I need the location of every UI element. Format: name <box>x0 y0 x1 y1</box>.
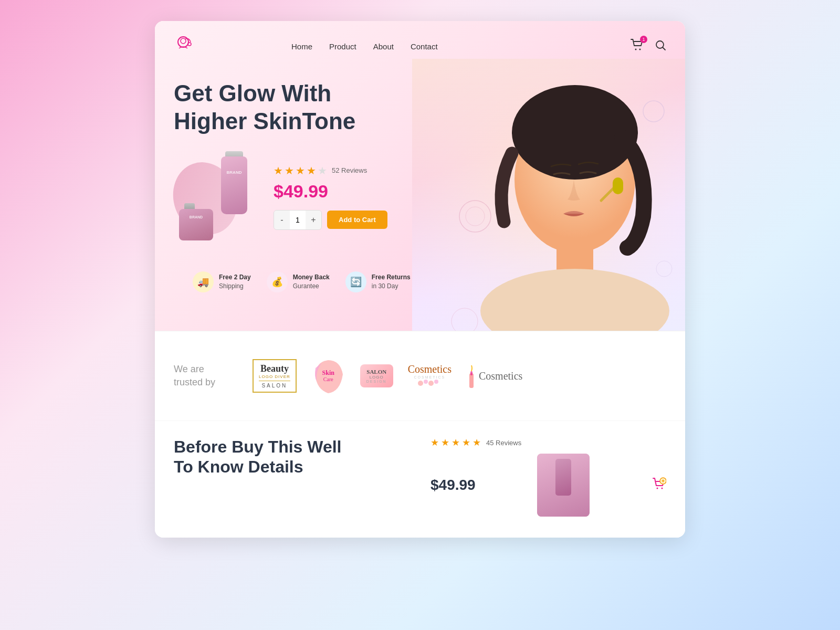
nav-links: Home Product About Contact <box>291 42 438 51</box>
nav-contact[interactable]: Contact <box>411 42 438 51</box>
product-info: ★ ★ ★ ★ ★ 52 Reviews $49.99 - 1 <box>274 164 387 230</box>
star-4: ★ <box>307 164 316 177</box>
badge-money-back-text: Money Back Gurantee <box>293 273 330 291</box>
star-3: ★ <box>296 164 305 177</box>
logo[interactable] <box>174 34 197 59</box>
salon2-text: SALON <box>366 369 387 375</box>
below-price-row: $49.99 <box>430 454 666 517</box>
brand-beauty-salon: Beauty LOGO DIVER SALON <box>253 358 297 394</box>
star-5: ★ <box>318 164 327 177</box>
below-cart-icon[interactable] <box>652 477 666 494</box>
brand-cosmetics-2: Cosmetics <box>466 358 522 394</box>
below-star-3: ★ <box>452 437 460 448</box>
bottle-small: BRAND <box>179 209 213 240</box>
svg-point-19 <box>424 380 428 384</box>
badge-shipping-text: Free 2 Day Shipping <box>219 273 251 291</box>
trust-badges: 🚚 Free 2 Day Shipping 💰 Money Back Guran… <box>174 259 666 308</box>
brand-logos: Beauty LOGO DIVER SALON Skin Care <box>253 358 522 394</box>
below-review-count: 45 Reviews <box>486 439 521 447</box>
star-2: ★ <box>285 164 294 177</box>
below-fold-section: Before Buy This Well To Know Details ★ ★… <box>155 421 685 538</box>
svg-point-3 <box>635 49 637 50</box>
cosm2-text: Cosmetics <box>479 370 522 382</box>
quantity-cart-controls: - 1 + Add to Cart <box>274 210 387 230</box>
page-wrapper: Home Product About Contact 1 <box>155 21 685 538</box>
review-count: 52 Reviews <box>332 166 367 174</box>
nav-home[interactable]: Home <box>291 42 312 51</box>
nav-product[interactable]: Product <box>329 42 356 51</box>
below-star-2: ★ <box>441 437 449 448</box>
cosm1-text: Cosmetics <box>408 363 452 375</box>
skin-logo-text: Skin Care <box>322 370 334 382</box>
returns-icon: 🔄 <box>345 271 366 292</box>
svg-point-1 <box>181 38 186 44</box>
nav-actions: 1 <box>631 39 666 54</box>
product-price: $49.99 <box>274 181 387 202</box>
svg-rect-22 <box>469 373 474 388</box>
star-1: ★ <box>274 164 283 177</box>
hero-left: Get Glow With Higher SkinTone BRAND <box>174 75 666 308</box>
below-star-5: ★ <box>472 437 481 448</box>
product-showcase: BRAND BRAND ★ ★ ★ ★ <box>174 151 666 243</box>
svg-point-20 <box>428 381 434 386</box>
shipping-icon: 🚚 <box>193 271 214 292</box>
cosm1-flower <box>416 379 443 387</box>
add-to-cart-button[interactable]: Add to Cart <box>327 211 387 229</box>
salon2-sub2: DESIGN <box>366 380 387 383</box>
below-fold-right: ★ ★ ★ ★ ★ 45 Reviews $49.99 <box>430 437 666 517</box>
product-image: BRAND BRAND <box>174 151 258 243</box>
cart-badge: 1 <box>640 36 647 43</box>
below-fold-left: Before Buy This Well To Know Details <box>174 437 410 517</box>
below-star-1: ★ <box>430 437 439 448</box>
below-star-rating: ★ ★ ★ ★ ★ 45 Reviews <box>430 437 666 448</box>
svg-point-4 <box>639 49 641 50</box>
beauty-logo-box: Beauty LOGO DIVER SALON <box>253 359 297 393</box>
badge-returns: 🔄 Free Returns in 30 Day <box>345 271 411 292</box>
quantity-value: 1 <box>290 211 306 229</box>
quantity-decrease-button[interactable]: - <box>274 211 290 229</box>
star-rating: ★ ★ ★ ★ ★ 52 Reviews <box>274 164 387 177</box>
cosm1-sub: COSMETICS <box>408 375 452 379</box>
money-back-icon: 💰 <box>267 271 288 292</box>
trusted-section: We are trusted by Beauty LOGO DIVER SALO… <box>155 331 685 421</box>
quantity-increase-button[interactable]: + <box>306 211 321 229</box>
quantity-control: - 1 + <box>274 210 322 230</box>
cosm2-candle-icon <box>466 363 477 389</box>
svg-point-21 <box>434 380 438 384</box>
svg-point-25 <box>661 488 663 489</box>
brand-skin-care: Skin Care <box>311 358 345 394</box>
svg-point-18 <box>418 381 423 386</box>
below-fold-title: Before Buy This Well To Know Details <box>174 437 410 477</box>
hero-section: Home Product About Contact 1 <box>155 21 685 331</box>
svg-rect-23 <box>470 371 472 375</box>
nav-about[interactable]: About <box>373 42 394 51</box>
brand-salon-2: SALON LOGO DESIGN <box>360 358 393 394</box>
hero-body: Get Glow With Higher SkinTone BRAND <box>155 59 685 308</box>
below-product-price: $49.99 <box>430 477 476 494</box>
salon2-sub: LOGO <box>366 375 387 380</box>
logo-divider <box>259 381 290 381</box>
cart-icon[interactable]: 1 <box>631 39 644 54</box>
badge-returns-text: Free Returns in 30 Day <box>372 273 411 291</box>
navbar: Home Product About Contact 1 <box>155 21 685 59</box>
badge-shipping: 🚚 Free 2 Day Shipping <box>193 271 251 292</box>
bottle-main: BRAND <box>221 156 247 214</box>
below-product-image <box>537 454 590 517</box>
svg-point-24 <box>656 488 658 489</box>
brand-cosmetics-1: Cosmetics COSMETICS <box>408 358 452 394</box>
trusted-label: We are trusted by <box>174 363 232 389</box>
search-icon[interactable] <box>655 39 666 53</box>
below-star-4: ★ <box>462 437 470 448</box>
badge-money-back: 💰 Money Back Gurantee <box>267 271 330 292</box>
hero-title: Get Glow With Higher SkinTone <box>174 80 666 135</box>
